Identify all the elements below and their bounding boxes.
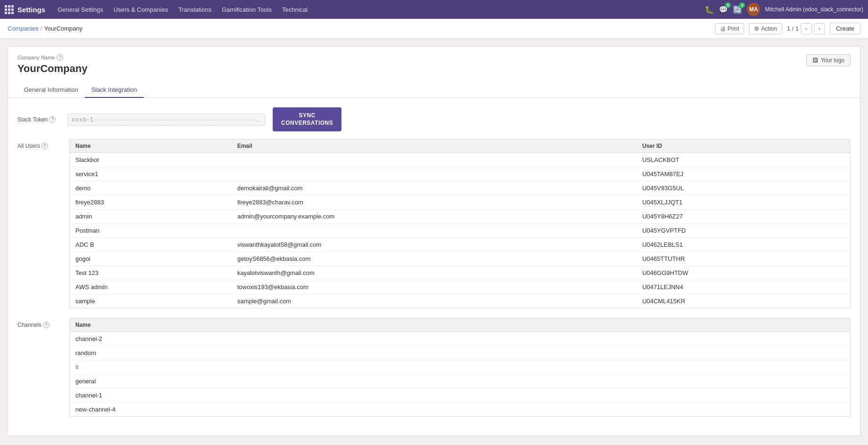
slack-token-label: Slack Token ? <box>17 116 60 123</box>
all-users-label: All Users ? <box>17 139 69 308</box>
table-row: gogoi getoyS6856@ekbasia.com U0465TTUTHR <box>70 252 850 266</box>
company-name-help-icon[interactable]: ? <box>57 54 63 61</box>
all-users-section: All Users ? Name Email User ID <box>17 139 851 308</box>
table-row: channel-2 <box>70 332 850 346</box>
table-row: fireye2883 fireye2883@charav.com U045XLJ… <box>70 195 850 210</box>
users-table-header: Name Email User ID <box>70 139 850 153</box>
menu-gamification[interactable]: Gamification Tools <box>217 4 276 15</box>
channels-table-header: Name <box>70 318 850 332</box>
sync-conversations-button[interactable]: SYNC CONVERSATIONS <box>273 107 341 131</box>
user-name-cell: Slackbot <box>70 153 232 167</box>
breadcrumb: Companies / YourCompany <box>8 25 82 32</box>
user-id-cell: U045TAM87EJ <box>637 167 850 181</box>
user-email-cell: kayalotviswanth@gmail.com <box>232 266 637 280</box>
all-users-help-icon[interactable]: ? <box>41 143 48 149</box>
table-row: Slackbot USLACKBOT <box>70 153 850 167</box>
print-button[interactable]: Print <box>715 23 745 34</box>
breadcrumb-current: YourCompany <box>44 25 82 32</box>
user-email-cell: towoxis193@ekbasia.com <box>232 280 637 294</box>
user-id-cell: USLACKBOT <box>637 153 850 167</box>
logo-button[interactable]: 🖼 Your logo <box>806 54 851 66</box>
user-email-cell: viswanthkayalot58@gmail.com <box>232 238 637 252</box>
main-content: Company Name ? YourCompany 🖼 Your logo G… <box>0 39 868 445</box>
user-name-cell: Postman <box>70 224 232 238</box>
pagination: 1 / 1 ‹ › <box>787 23 825 34</box>
prev-page-button[interactable]: ‹ <box>801 23 812 34</box>
breadcrumb-parent[interactable]: Companies <box>8 25 39 32</box>
table-row: ADC B viswanthkayalot58@gmail.com U0462L… <box>70 238 850 252</box>
channel-name-cell: general <box>70 374 850 388</box>
tab-slack-integration[interactable]: Slack Integration <box>85 82 144 98</box>
messages-badge-wrap[interactable]: 💬 5 <box>719 5 728 14</box>
user-id-cell: U0465TTUTHR <box>637 252 850 266</box>
user-email-cell: sample@gmail.com <box>232 294 637 308</box>
all-users-table: Name Email User ID Slackbot USLACKBOT se… <box>70 139 850 308</box>
users-col-userid: User ID <box>637 139 850 153</box>
avatar[interactable]: MA <box>747 3 760 16</box>
tab-general-information[interactable]: General Information <box>17 82 85 98</box>
table-row: channel-1 <box>70 388 850 403</box>
table-row: admin admin@yourcompany.example.com U045… <box>70 210 850 224</box>
action-label: Action <box>761 25 777 32</box>
user-id-cell: U045V93G5UL <box>637 181 850 195</box>
slack-token-help-icon[interactable]: ? <box>49 116 56 123</box>
channels-help-icon[interactable]: ? <box>43 322 49 328</box>
user-email-cell <box>232 153 637 167</box>
menu-translations[interactable]: Translations <box>174 4 216 15</box>
brand-name: Settings <box>17 6 45 14</box>
user-name-cell: admin <box>70 210 232 224</box>
bug-icon[interactable]: 🐛 <box>705 5 714 14</box>
user-email-cell: getoyS6856@ekbasia.com <box>232 252 637 266</box>
users-col-name: Name <box>70 139 232 153</box>
top-menu: General Settings Users & Companies Trans… <box>53 4 701 15</box>
user-name-cell: sample <box>70 294 232 308</box>
menu-technical[interactable]: Technical <box>277 4 312 15</box>
user-name-cell: fireye2883 <box>70 195 232 210</box>
pagination-text: 1 / 1 <box>787 25 799 32</box>
table-row: random <box>70 346 850 360</box>
gear-icon <box>754 25 759 32</box>
user-name-cell: gogoi <box>70 252 232 266</box>
card-header: Company Name ? YourCompany 🖼 Your logo <box>8 47 860 82</box>
updates-badge-wrap[interactable]: 🔄 3 <box>733 5 742 14</box>
user-email-cell: fireye2883@charav.com <box>232 195 637 210</box>
table-row: Postman U045YGVPTFD <box>70 224 850 238</box>
app-grid-icon[interactable] <box>5 5 14 14</box>
channel-name-cell[interactable]: it <box>70 360 850 374</box>
sync-line2: CONVERSATIONS <box>281 120 333 126</box>
table-row: demo demokairali@gmail.com U045V93G5UL <box>70 181 850 195</box>
company-name-label: Company Name ? <box>17 54 88 61</box>
slack-token-value[interactable]: xoxb-1··································… <box>67 113 265 126</box>
topnav-right-actions: 🐛 💬 5 🔄 3 MA Mitchell Admin (odoo_slack_… <box>705 3 863 16</box>
next-page-button[interactable]: › <box>814 23 825 34</box>
channels-table-wrap: Name channel-2randomitgeneralchannel-1ne… <box>69 318 851 417</box>
channels-table: Name channel-2randomitgeneralchannel-1ne… <box>70 318 850 416</box>
table-row: Test 123 kayalotviswanth@gmail.com U046G… <box>70 266 850 280</box>
user-name-cell: ADC B <box>70 238 232 252</box>
table-row: sample sample@gmail.com U04CML415KR <box>70 294 850 308</box>
user-id-cell: U046GG9HTDW <box>637 266 850 280</box>
user-name[interactable]: Mitchell Admin (odoo_slack_connector) <box>765 6 863 13</box>
messages-count: 5 <box>725 2 731 8</box>
user-id-cell: U04CML415KR <box>637 294 850 308</box>
top-navigation: Settings General Settings Users & Compan… <box>0 0 868 19</box>
breadcrumb-bar: Companies / YourCompany Print Action 1 /… <box>0 19 868 39</box>
image-icon: 🖼 <box>812 57 818 64</box>
table-row: service1 U045TAM87EJ <box>70 167 850 181</box>
user-email-cell: demokairali@gmail.com <box>232 181 637 195</box>
menu-general-settings[interactable]: General Settings <box>53 4 108 15</box>
company-info: Company Name ? YourCompany <box>17 54 88 75</box>
table-row: it <box>70 360 850 374</box>
sync-line1: SYNC <box>299 112 315 119</box>
brand-logo[interactable]: Settings <box>5 5 45 14</box>
breadcrumb-actions: Print Action 1 / 1 ‹ › Create <box>715 23 860 34</box>
create-button[interactable]: Create <box>830 23 860 34</box>
channels-col-name: Name <box>70 318 850 332</box>
menu-users-companies[interactable]: Users & Companies <box>109 4 173 15</box>
user-email-cell <box>232 167 637 181</box>
channels-section: Channels ? Name channel-2randomitgeneral… <box>17 318 851 417</box>
channel-name-cell: random <box>70 346 850 360</box>
action-button[interactable]: Action <box>749 23 782 34</box>
company-card: Company Name ? YourCompany 🖼 Your logo G… <box>8 46 860 436</box>
printer-icon <box>720 25 726 32</box>
